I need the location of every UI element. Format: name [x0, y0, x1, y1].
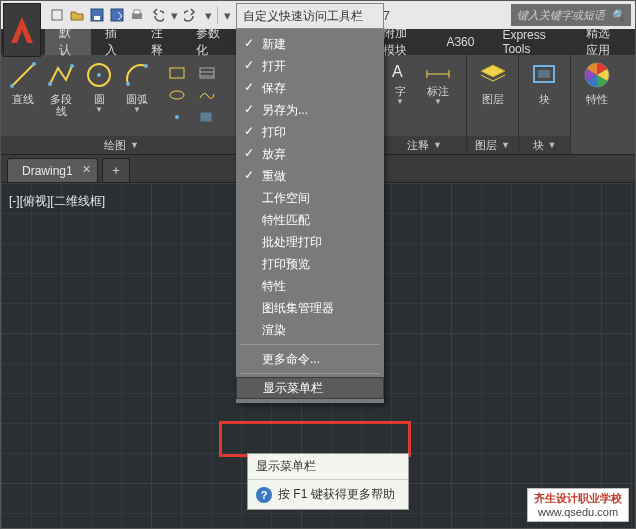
- block-button[interactable]: 块: [525, 59, 564, 105]
- svg-text:A: A: [392, 63, 403, 80]
- file-tab-new[interactable]: ＋: [102, 158, 130, 182]
- text-button[interactable]: A 字 ▼: [385, 59, 415, 106]
- svg-point-9: [48, 82, 52, 86]
- qat-item-matchprop[interactable]: 特性匹配: [236, 209, 384, 231]
- qat-saveas-icon[interactable]: [107, 5, 127, 25]
- chevron-down-icon[interactable]: ▼: [501, 140, 510, 150]
- rectangle-icon[interactable]: [163, 63, 191, 83]
- draw-panel-footer[interactable]: 绘图: [104, 138, 126, 153]
- app-menu-button[interactable]: [3, 3, 41, 57]
- layer-panel-footer[interactable]: 图层: [475, 138, 497, 153]
- region-icon[interactable]: [193, 107, 221, 127]
- properties-button[interactable]: 特性: [577, 59, 617, 105]
- polyline-icon: [45, 59, 77, 91]
- qat-item-batchplot[interactable]: 批处理打印: [236, 231, 384, 253]
- circle-icon: [83, 59, 115, 91]
- layer-icon: [477, 59, 509, 91]
- svg-point-10: [70, 64, 74, 68]
- qat-item-props[interactable]: 特性: [236, 275, 384, 297]
- search-input[interactable]: 键入关键字或短语 🔍: [511, 4, 631, 26]
- block-panel-footer[interactable]: 块: [533, 138, 544, 153]
- tooltip-help: 按 F1 键获得更多帮助: [278, 486, 395, 503]
- line-button[interactable]: 直线: [7, 59, 39, 105]
- tab-insert[interactable]: 插入: [91, 29, 137, 55]
- qat-customize-dropdown-icon[interactable]: ▾: [220, 5, 234, 25]
- point-icon[interactable]: [163, 107, 191, 127]
- check-icon: ✓: [244, 102, 254, 116]
- qat-item-save[interactable]: ✓保存: [236, 77, 384, 99]
- qat-item-open[interactable]: ✓打开: [236, 55, 384, 77]
- qat-item-more[interactable]: 更多命令...: [236, 348, 384, 370]
- qat-item-workspace[interactable]: 工作空间: [236, 187, 384, 209]
- check-icon: ✓: [244, 80, 254, 94]
- hatch-icon[interactable]: [193, 63, 221, 83]
- svg-rect-5: [134, 10, 140, 14]
- qat-undo-dropdown-icon[interactable]: ▾: [167, 5, 181, 25]
- qat-item-sheetset[interactable]: 图纸集管理器: [236, 297, 384, 319]
- tab-default[interactable]: 默认: [45, 29, 91, 55]
- annot-panel-footer[interactable]: 注释: [407, 138, 429, 153]
- chevron-down-icon[interactable]: ▼: [548, 140, 557, 150]
- qat-item-preview[interactable]: 打印预览: [236, 253, 384, 275]
- color-wheel-icon: [581, 59, 613, 91]
- svg-point-20: [175, 115, 179, 119]
- viewport-label[interactable]: [-][俯视][二维线框]: [9, 193, 105, 210]
- qat-redo-dropdown-icon[interactable]: ▾: [201, 5, 215, 25]
- arc-button[interactable]: 圆弧 ▼: [121, 59, 153, 114]
- check-icon: ✓: [244, 36, 254, 50]
- line-icon: [7, 59, 39, 91]
- qat-item-render[interactable]: 渲染: [236, 319, 384, 341]
- qat-customize-menu: 自定义快速访问工具栏 ✓新建 ✓打开 ✓保存 ✓另存为... ✓打印 ✓放弃 ✓…: [236, 29, 384, 403]
- svg-rect-27: [538, 70, 550, 78]
- svg-line-6: [12, 64, 34, 86]
- qat-separator: [217, 6, 218, 24]
- tab-parametric[interactable]: 参数化: [182, 29, 237, 55]
- qat-item-saveas[interactable]: ✓另存为...: [236, 99, 384, 121]
- chevron-down-icon[interactable]: ▼: [433, 140, 442, 150]
- qat-item-redo[interactable]: ✓重做: [236, 165, 384, 187]
- qat-item-showmenu[interactable]: 显示菜单栏: [236, 377, 384, 399]
- check-icon: ✓: [244, 146, 254, 160]
- polyline-button[interactable]: 多段线: [45, 59, 77, 117]
- qat-item-discard[interactable]: ✓放弃: [236, 143, 384, 165]
- svg-point-14: [144, 64, 148, 68]
- qat-undo-icon[interactable]: [147, 5, 167, 25]
- tab-a360[interactable]: A360: [432, 29, 488, 55]
- qat-item-print[interactable]: ✓打印: [236, 121, 384, 143]
- layer-button[interactable]: 图层: [473, 59, 512, 105]
- search-icon: 🔍: [611, 9, 625, 22]
- chevron-down-icon[interactable]: ▼: [130, 140, 139, 150]
- qat-item-new[interactable]: ✓新建: [236, 33, 384, 55]
- spline-icon[interactable]: [193, 85, 221, 105]
- search-placeholder: 键入关键字或短语: [517, 8, 605, 23]
- circle-button[interactable]: 圆 ▼: [83, 59, 115, 114]
- dimension-button[interactable]: 标注 ▼: [421, 59, 455, 106]
- qat-menu-header: 自定义快速访问工具栏: [236, 3, 384, 29]
- qat-redo-icon[interactable]: [181, 5, 201, 25]
- tooltip: 显示菜单栏 ? 按 F1 键获得更多帮助: [247, 453, 409, 510]
- menu-separator: [240, 373, 380, 374]
- text-icon: A: [388, 59, 412, 83]
- qat-save-icon[interactable]: [87, 5, 107, 25]
- close-icon[interactable]: ✕: [82, 163, 91, 176]
- plus-icon: ＋: [110, 162, 122, 179]
- qat-open-icon[interactable]: [67, 5, 87, 25]
- check-icon: ✓: [244, 168, 254, 182]
- tab-annotate[interactable]: 注释: [137, 29, 183, 55]
- help-icon: ?: [256, 487, 272, 503]
- file-tab-drawing1[interactable]: Drawing1 ✕: [7, 158, 98, 182]
- tooltip-title: 显示菜单栏: [248, 454, 408, 480]
- svg-point-8: [32, 62, 36, 66]
- tab-featured[interactable]: 精选应用: [572, 29, 636, 55]
- svg-point-19: [170, 91, 184, 99]
- qat-print-icon[interactable]: [127, 5, 147, 25]
- menu-separator: [240, 344, 380, 345]
- dimension-icon: [424, 59, 452, 83]
- check-icon: ✓: [244, 58, 254, 72]
- block-icon: [529, 59, 561, 91]
- svg-point-12: [97, 73, 101, 77]
- qat-new-icon[interactable]: [47, 5, 67, 25]
- ellipse-icon[interactable]: [163, 85, 191, 105]
- svg-rect-0: [52, 10, 62, 20]
- tab-express[interactable]: Express Tools: [488, 29, 571, 55]
